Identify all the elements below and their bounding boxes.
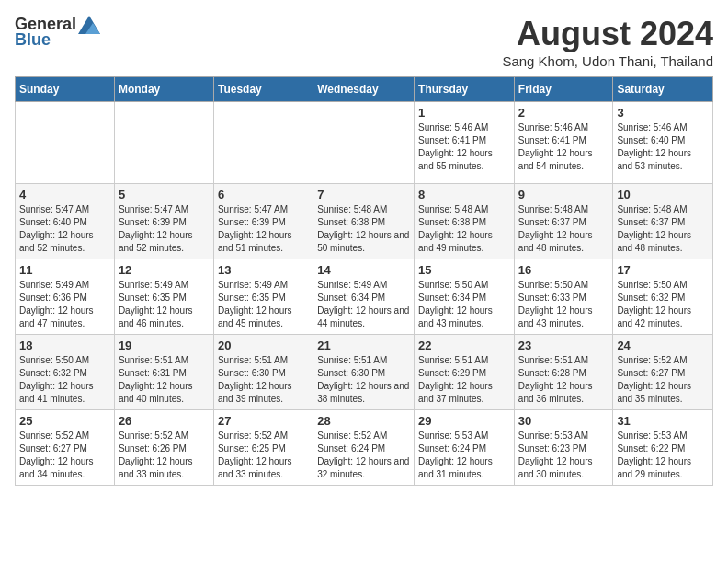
daylight-label: Daylight: 12 hours and 29 minutes.	[617, 456, 691, 479]
daylight-label: Daylight: 12 hours and 42 minutes.	[617, 305, 691, 328]
calendar-cell: 4 Sunrise: 5:47 AM Sunset: 6:40 PM Dayli…	[16, 184, 115, 259]
day-number: 19	[119, 339, 210, 352]
day-info: Sunrise: 5:53 AM Sunset: 6:24 PM Dayligh…	[418, 430, 510, 481]
sunset-label: Sunset: 6:39 PM	[218, 217, 286, 227]
day-number: 15	[418, 263, 510, 277]
sunset-label: Sunset: 6:34 PM	[418, 293, 486, 303]
day-number: 11	[19, 263, 110, 277]
column-header-wednesday: Wednesday	[313, 77, 415, 102]
sunset-label: Sunset: 6:27 PM	[19, 443, 87, 454]
calendar-cell: 13 Sunrise: 5:49 AM Sunset: 6:35 PM Dayl…	[213, 259, 313, 335]
day-info: Sunrise: 5:52 AM Sunset: 6:27 PM Dayligh…	[617, 354, 709, 406]
calendar-cell: 18 Sunrise: 5:50 AM Sunset: 6:32 PM Dayl…	[16, 335, 115, 410]
calendar-cell: 15 Sunrise: 5:50 AM Sunset: 6:34 PM Dayl…	[415, 259, 515, 335]
sunrise-label: Sunrise: 5:51 AM	[518, 355, 588, 365]
daylight-label: Daylight: 12 hours and 45 minutes.	[218, 305, 292, 328]
day-number: 27	[218, 414, 309, 428]
calendar-cell	[213, 102, 313, 184]
daylight-label: Daylight: 12 hours and 49 minutes.	[418, 230, 493, 253]
sunset-label: Sunset: 6:40 PM	[19, 217, 87, 227]
calendar-cell: 25 Sunrise: 5:52 AM Sunset: 6:27 PM Dayl…	[16, 410, 115, 486]
column-header-saturday: Saturday	[613, 77, 713, 102]
daylight-label: Daylight: 12 hours and 54 minutes.	[518, 148, 593, 171]
day-number: 25	[19, 414, 110, 428]
calendar-week-2: 4 Sunrise: 5:47 AM Sunset: 6:40 PM Dayli…	[16, 184, 713, 259]
sunset-label: Sunset: 6:33 PM	[518, 293, 586, 303]
calendar-table: SundayMondayTuesdayWednesdayThursdayFrid…	[15, 76, 713, 486]
sunrise-label: Sunrise: 5:53 AM	[418, 431, 488, 441]
sunrise-label: Sunrise: 5:51 AM	[218, 355, 288, 365]
calendar-cell: 8 Sunrise: 5:48 AM Sunset: 6:38 PM Dayli…	[415, 184, 515, 259]
daylight-label: Daylight: 12 hours and 39 minutes.	[218, 381, 292, 404]
day-number: 8	[418, 188, 510, 201]
sunrise-label: Sunrise: 5:47 AM	[218, 204, 288, 214]
calendar-cell: 14 Sunrise: 5:49 AM Sunset: 6:34 PM Dayl…	[313, 259, 415, 335]
sunset-label: Sunset: 6:23 PM	[518, 443, 586, 454]
day-number: 31	[617, 414, 709, 428]
daylight-label: Daylight: 12 hours and 30 minutes.	[518, 456, 593, 479]
day-number: 4	[19, 188, 110, 201]
sunrise-label: Sunrise: 5:52 AM	[19, 431, 89, 441]
day-number: 18	[19, 339, 110, 352]
day-info: Sunrise: 5:47 AM Sunset: 6:39 PM Dayligh…	[119, 203, 210, 255]
sunrise-label: Sunrise: 5:51 AM	[418, 355, 488, 365]
day-info: Sunrise: 5:51 AM Sunset: 6:29 PM Dayligh…	[418, 354, 510, 406]
day-info: Sunrise: 5:50 AM Sunset: 6:32 PM Dayligh…	[617, 279, 709, 330]
calendar-cell: 3 Sunrise: 5:46 AM Sunset: 6:40 PM Dayli…	[613, 102, 713, 184]
calendar-cell: 9 Sunrise: 5:48 AM Sunset: 6:37 PM Dayli…	[514, 184, 613, 259]
calendar-cell: 6 Sunrise: 5:47 AM Sunset: 6:39 PM Dayli…	[213, 184, 313, 259]
sunset-label: Sunset: 6:31 PM	[119, 368, 187, 378]
sunrise-label: Sunrise: 5:48 AM	[317, 204, 387, 214]
empty-cell	[317, 106, 410, 179]
day-info: Sunrise: 5:52 AM Sunset: 6:25 PM Dayligh…	[218, 430, 309, 481]
calendar-cell: 10 Sunrise: 5:48 AM Sunset: 6:37 PM Dayl…	[613, 184, 713, 259]
sunset-label: Sunset: 6:25 PM	[218, 443, 286, 454]
day-number: 12	[119, 263, 210, 277]
day-number: 17	[617, 263, 709, 277]
empty-cell	[119, 106, 210, 179]
sunset-label: Sunset: 6:35 PM	[119, 293, 187, 303]
day-info: Sunrise: 5:47 AM Sunset: 6:39 PM Dayligh…	[218, 203, 309, 255]
day-number: 16	[518, 263, 609, 277]
day-info: Sunrise: 5:51 AM Sunset: 6:31 PM Dayligh…	[119, 354, 210, 406]
sunset-label: Sunset: 6:38 PM	[317, 217, 385, 227]
sunrise-label: Sunrise: 5:48 AM	[617, 204, 687, 214]
calendar-week-3: 11 Sunrise: 5:49 AM Sunset: 6:36 PM Dayl…	[16, 259, 713, 335]
calendar-cell: 26 Sunrise: 5:52 AM Sunset: 6:26 PM Dayl…	[114, 410, 213, 486]
sunrise-label: Sunrise: 5:49 AM	[317, 280, 387, 290]
sunset-label: Sunset: 6:34 PM	[317, 293, 385, 303]
calendar-week-1: 1 Sunrise: 5:46 AM Sunset: 6:41 PM Dayli…	[16, 102, 713, 184]
calendar-cell	[16, 102, 115, 184]
day-info: Sunrise: 5:48 AM Sunset: 6:38 PM Dayligh…	[418, 203, 510, 255]
day-info: Sunrise: 5:48 AM Sunset: 6:37 PM Dayligh…	[518, 203, 609, 255]
empty-cell	[218, 106, 309, 179]
day-number: 24	[617, 339, 709, 352]
sunset-label: Sunset: 6:37 PM	[617, 217, 685, 227]
sunrise-label: Sunrise: 5:46 AM	[617, 122, 687, 132]
sunset-label: Sunset: 6:26 PM	[119, 443, 187, 454]
day-number: 3	[617, 106, 709, 120]
day-info: Sunrise: 5:50 AM Sunset: 6:34 PM Dayligh…	[418, 279, 510, 330]
logo-icon	[78, 16, 100, 34]
daylight-label: Daylight: 12 hours and 35 minutes.	[617, 381, 691, 404]
calendar-cell: 7 Sunrise: 5:48 AM Sunset: 6:38 PM Dayli…	[313, 184, 415, 259]
day-info: Sunrise: 5:53 AM Sunset: 6:23 PM Dayligh…	[518, 430, 609, 481]
sunrise-label: Sunrise: 5:49 AM	[19, 280, 89, 290]
calendar-cell	[313, 102, 415, 184]
sunrise-label: Sunrise: 5:50 AM	[518, 280, 588, 290]
day-number: 14	[317, 263, 410, 277]
day-number: 30	[518, 414, 609, 428]
day-info: Sunrise: 5:53 AM Sunset: 6:22 PM Dayligh…	[617, 430, 709, 481]
day-number: 2	[518, 106, 609, 120]
main-title: August 2024	[502, 15, 713, 53]
sunset-label: Sunset: 6:39 PM	[119, 217, 187, 227]
sunrise-label: Sunrise: 5:46 AM	[418, 122, 488, 132]
sunset-label: Sunset: 6:30 PM	[317, 368, 385, 378]
sunset-label: Sunset: 6:32 PM	[617, 293, 685, 303]
daylight-label: Daylight: 12 hours and 50 minutes.	[317, 230, 409, 253]
daylight-label: Daylight: 12 hours and 48 minutes.	[518, 230, 593, 253]
sunrise-label: Sunrise: 5:50 AM	[617, 280, 687, 290]
column-header-tuesday: Tuesday	[213, 77, 313, 102]
sunset-label: Sunset: 6:24 PM	[317, 443, 385, 454]
column-header-monday: Monday	[114, 77, 213, 102]
